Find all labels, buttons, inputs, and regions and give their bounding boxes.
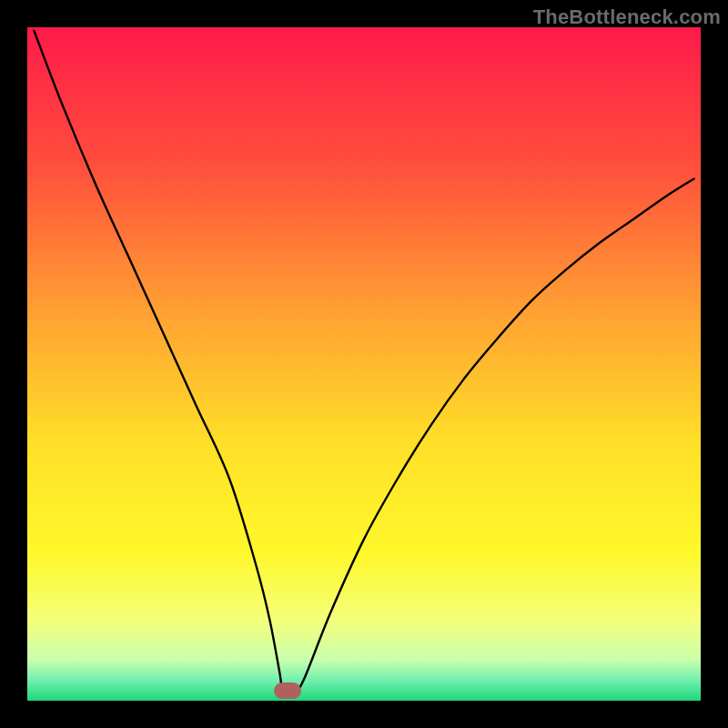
gradient-background — [27, 27, 701, 701]
optimal-point-marker — [274, 682, 301, 699]
watermark-text: TheBottleneck.com — [533, 5, 721, 29]
chart-frame: TheBottleneck.com — [0, 0, 728, 728]
plot-area — [27, 27, 701, 701]
chart-svg — [27, 27, 701, 701]
